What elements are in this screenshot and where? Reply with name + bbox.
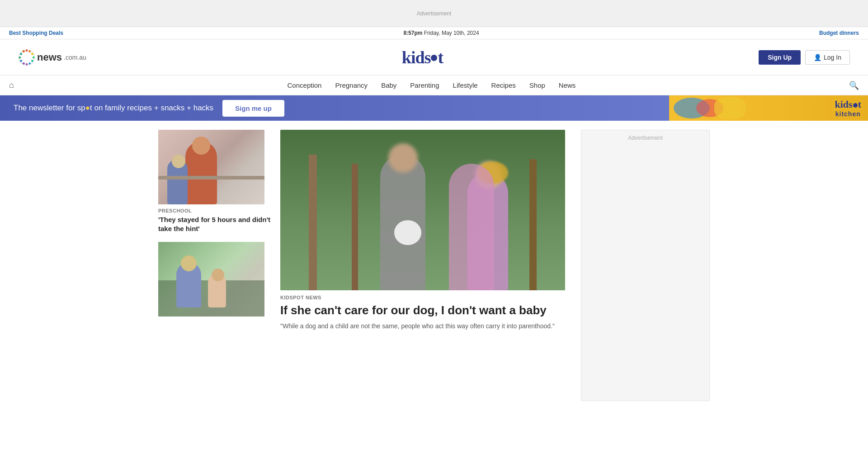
tree-1 <box>309 155 317 290</box>
time-value: 8:57pm <box>403 30 422 36</box>
nav-item-conception[interactable]: Conception <box>288 76 322 95</box>
news-logo-icon <box>18 49 35 66</box>
svg-point-9 <box>20 60 22 62</box>
nav-item-lifestyle[interactable]: Lifestyle <box>453 76 478 95</box>
kidspot-kitchen-brand: kidst <box>835 99 861 110</box>
tree-3 <box>529 159 537 290</box>
tree-4 <box>489 173 494 290</box>
dog-body <box>394 220 421 245</box>
right-sidebar: Advertisement <box>574 130 710 401</box>
home-icon[interactable]: ⌂ <box>9 80 14 90</box>
svg-point-4 <box>33 56 35 58</box>
newsletter-text: The newsletter for sp●t on family recipe… <box>14 104 213 112</box>
kidspot-logo[interactable]: kidst <box>402 47 443 67</box>
main-article-excerpt: "While a dog and a child are not the sam… <box>280 321 565 331</box>
nav-item-shop[interactable]: Shop <box>529 76 545 95</box>
nav-item-news[interactable]: News <box>559 76 576 95</box>
news-domain: .com.au <box>64 54 86 61</box>
login-label: Log In <box>824 54 841 61</box>
newsletter-image-bg: kidst kitchen <box>669 95 868 121</box>
nav-item-pregnancy[interactable]: Pregnancy <box>335 76 368 95</box>
food-deco-3 <box>714 97 746 119</box>
budget-dinners-link[interactable]: Budget dinners <box>819 30 859 36</box>
kitchen-dot <box>853 103 858 108</box>
table-surface <box>158 176 264 180</box>
sidebar-ad-label: Advertisement <box>628 135 663 141</box>
svg-point-6 <box>28 62 31 64</box>
small-article-2 <box>158 242 271 317</box>
content-area: PRESCHOOL 'They stayed for 5 hours and d… <box>149 121 719 410</box>
sidebar-ad: Advertisement <box>581 130 710 401</box>
login-button[interactable]: 👤 Log In <box>805 50 850 65</box>
main-nav: ⌂ Conception Pregnancy Baby Parenting Li… <box>0 76 868 95</box>
datetime-display: 8:57pm Friday, May 10th, 2024 <box>403 30 479 36</box>
small-article-1-title[interactable]: 'They stayed for 5 hours and didn't take… <box>158 215 271 233</box>
ad-label: Advertisement <box>417 10 452 17</box>
main-article: KIDSPOT NEWS If she can't care for our d… <box>280 130 565 401</box>
svg-point-5 <box>31 60 33 62</box>
nav-item-baby[interactable]: Baby <box>381 76 396 95</box>
content-columns: PRESCHOOL 'They stayed for 5 hours and d… <box>158 130 710 401</box>
svg-point-1 <box>26 49 28 52</box>
svg-point-12 <box>23 50 25 52</box>
date-value: Friday, May 10th, 2024 <box>424 30 479 36</box>
kitchen-label: kitchen <box>835 110 861 118</box>
newsletter-text-block: The newsletter for sp●t on family recipe… <box>14 104 213 113</box>
small-article-1-image[interactable] <box>158 130 264 204</box>
man-face-blurred <box>388 143 418 173</box>
figure-mom-head <box>192 137 210 155</box>
svg-point-8 <box>23 62 25 64</box>
search-icon[interactable]: 🔍 <box>849 80 859 90</box>
kidspot-brand-text: kidst <box>402 47 443 67</box>
small-article-1-category: PRESCHOOL <box>158 208 271 213</box>
nav-item-recipes[interactable]: Recipes <box>491 76 516 95</box>
main-article-title[interactable]: If she can't care for our dog, I don't w… <box>280 303 565 318</box>
nav-links: Conception Pregnancy Baby Parenting Life… <box>288 76 576 95</box>
news-logo[interactable]: news.com.au <box>18 49 86 66</box>
small-article-1: PRESCHOOL 'They stayed for 5 hours and d… <box>158 130 271 233</box>
kidspot-kitchen-logo: kidst kitchen <box>835 99 861 118</box>
left-articles-column: PRESCHOOL 'They stayed for 5 hours and d… <box>158 130 271 401</box>
nav-item-parenting[interactable]: Parenting <box>410 76 439 95</box>
svg-point-10 <box>19 56 21 58</box>
top-nav-bar: Best Shopping Deals 8:57pm Friday, May 1… <box>0 27 868 39</box>
newsletter-banner: The newsletter for sp●t on family recipe… <box>0 95 868 121</box>
newsletter-dot: ● <box>85 104 90 112</box>
svg-point-11 <box>20 53 22 55</box>
small-article-2-image[interactable] <box>158 242 264 317</box>
user-icon: 👤 <box>814 54 821 61</box>
newsletter-right: kidst kitchen <box>669 95 868 121</box>
newsletter-signup-button[interactable]: Sign me up <box>222 100 284 117</box>
header-actions: Sign Up 👤 Log In <box>759 50 850 65</box>
svg-point-0 <box>19 49 34 65</box>
figure-child-head <box>172 155 185 168</box>
svg-point-3 <box>31 53 33 55</box>
site-header: news.com.au kidst Sign Up 👤 Log In <box>0 39 868 76</box>
tree-2 <box>352 164 358 290</box>
svg-point-2 <box>28 50 31 52</box>
news-text: news <box>37 52 62 63</box>
main-article-category: KIDSPOT NEWS <box>280 295 565 300</box>
figure-woman-head <box>181 255 197 271</box>
top-ad-bar: Advertisement <box>0 0 868 27</box>
girl-body <box>467 173 508 290</box>
newsletter-left: The newsletter for sp●t on family recipe… <box>0 95 669 121</box>
kidspot-dot <box>431 55 437 61</box>
main-article-image[interactable] <box>280 130 565 290</box>
signup-button[interactable]: Sign Up <box>759 50 801 65</box>
girl-hair <box>477 161 508 184</box>
figure-girl-head <box>212 269 224 281</box>
best-shopping-deals-link[interactable]: Best Shopping Deals <box>9 30 63 36</box>
svg-point-7 <box>26 63 28 65</box>
